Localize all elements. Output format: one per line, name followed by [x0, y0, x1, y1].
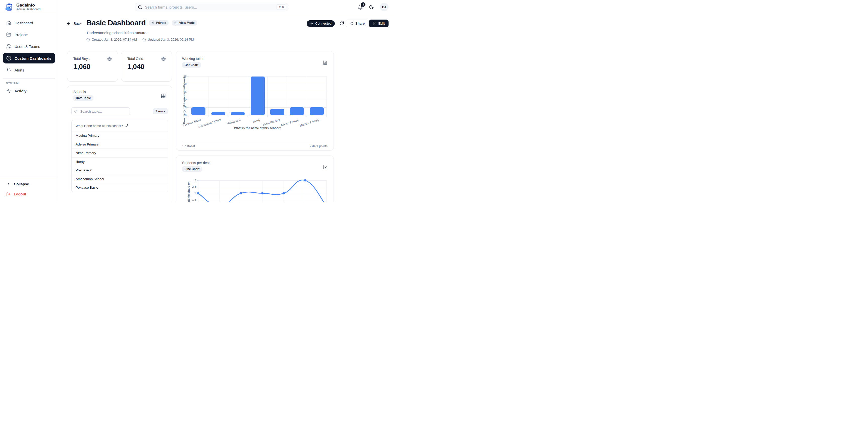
row-count-badge: 7 rows: [153, 108, 168, 114]
sidebar-item-projects[interactable]: Projects: [3, 29, 55, 40]
clock-icon: [143, 38, 146, 41]
stat-value: 1,060: [73, 63, 90, 71]
sidebar-item-activity[interactable]: Activity: [3, 85, 55, 96]
activity-icon: [6, 88, 11, 93]
share-button[interactable]: Share: [346, 20, 368, 27]
logout-icon: [6, 192, 10, 196]
private-badge: Private: [149, 20, 168, 26]
schools-table: What is the name of this school? Madina …: [71, 120, 168, 192]
dataset-count: 1 dataset: [182, 144, 195, 148]
data-point-count: 7 data points: [309, 144, 328, 148]
gridline: [189, 76, 189, 115]
connected-status-badge: Connected: [307, 20, 335, 27]
bar-Pokuase 2[interactable]: [231, 112, 245, 115]
gridline: [267, 76, 268, 115]
search-icon: [138, 5, 142, 9]
data-point-Nima Primary[interactable]: [283, 192, 285, 195]
app-logo-icon: [5, 3, 13, 11]
user-avatar[interactable]: EA: [380, 3, 389, 11]
tick-mark: [287, 115, 287, 117]
x-tick-label: liberty: [252, 118, 260, 124]
gridline: [307, 76, 307, 115]
share-label: Share: [355, 22, 365, 25]
notification-count-badge: 3: [361, 2, 366, 7]
share-icon: [349, 22, 353, 25]
bar-x-axis-title: What is the name of this school?: [189, 127, 327, 130]
page-title: Basic Dashboard: [86, 19, 146, 27]
global-search-input[interactable]: [145, 5, 277, 9]
app-logo-block: GadaInfo Admin Dashboard: [0, 0, 58, 14]
table-row: Pokuase 2: [71, 166, 168, 175]
sidebar-item-custom-dashboards[interactable]: Custom Dashboards: [3, 53, 55, 64]
folder-icon: [6, 32, 11, 37]
chevron-left-icon: [6, 182, 10, 186]
page-subtitle: Understanding school infrastructure: [87, 31, 147, 35]
table-search-input[interactable]: [80, 109, 127, 114]
notifications-button[interactable]: 3: [358, 4, 363, 10]
data-point-Pokuase Basic[interactable]: [197, 192, 199, 195]
data-point-Adeiso Primary[interactable]: [304, 179, 306, 181]
table-row: Nima Primary: [71, 148, 168, 157]
theme-toggle-button[interactable]: [369, 4, 374, 9]
y-tick-label: 20: [179, 82, 187, 85]
view-mode-badge[interactable]: View Mode: [172, 20, 197, 26]
bar-liberty[interactable]: [251, 76, 265, 115]
data-point-liberty[interactable]: [261, 192, 264, 195]
bar-chart-icon: [323, 60, 328, 65]
gridline: [327, 76, 327, 115]
view-mode-badge-label: View Mode: [179, 21, 195, 25]
bar-Amasaman School[interactable]: [211, 112, 225, 115]
stat-label: Total Girls: [127, 57, 143, 61]
table-column-header[interactable]: What is the name of this school?: [71, 120, 168, 131]
collapse-sidebar-button[interactable]: Collapse: [3, 180, 55, 189]
sidebar-item-alerts[interactable]: Alerts: [3, 65, 55, 75]
sidebar-item-users-teams[interactable]: Users & Teams: [3, 41, 55, 52]
edit-button[interactable]: Edit: [369, 20, 389, 27]
line-chart-icon: [323, 165, 328, 170]
sort-icon: [125, 124, 129, 128]
y-tick-label: 2.5: [189, 185, 196, 188]
sidebar-item-dashboard[interactable]: Dashboard: [3, 18, 55, 28]
line-path: [198, 180, 327, 202]
y-tick-label: 5: [179, 106, 187, 109]
widget-type-badge: Data Table: [73, 95, 93, 101]
table-row: Adeiso Primary: [71, 140, 168, 149]
gridline: [287, 76, 287, 115]
y-tick-label: 2: [189, 192, 196, 195]
back-button[interactable]: Back: [66, 21, 82, 26]
tick-mark: [307, 115, 307, 117]
bar-Nima Primary[interactable]: [270, 109, 284, 115]
user-icon: [151, 21, 154, 24]
updated-text: Updated Jan 3, 2026, 02:14 PM: [148, 38, 194, 41]
refresh-button[interactable]: [340, 21, 344, 26]
circle-dot-icon: [174, 21, 178, 25]
sidebar-item-label: Dashboard: [14, 21, 33, 25]
gridline: [228, 76, 228, 115]
connected-label: Connected: [315, 22, 332, 25]
x-tick-label: Madina Primary: [299, 118, 319, 127]
tick-mark: [189, 115, 189, 117]
line-chart-card: Students per desk Line Chart How many st…: [176, 156, 334, 202]
moon-icon: [369, 4, 374, 9]
table-search[interactable]: [71, 107, 130, 115]
schools-table-body: Madina PrimaryAdeiso PrimaryNima Primary…: [71, 131, 168, 192]
pie-chart-icon: [6, 56, 11, 61]
global-search[interactable]: ⌘ K: [135, 3, 288, 11]
column-header-label: What is the name of this school?: [75, 124, 123, 128]
logout-button[interactable]: Logout: [3, 190, 55, 198]
tick-mark: [208, 115, 209, 117]
bar-Pokuase Basic[interactable]: [191, 107, 206, 115]
gridline: [208, 76, 209, 115]
created-text: Created Jan 3, 2026, 07:34 AM: [92, 38, 137, 41]
table-row: Pokuase Basic: [71, 183, 168, 192]
bar-Madina Primary[interactable]: [310, 107, 324, 115]
wifi-icon: [310, 22, 313, 25]
card-footer-divider: [182, 142, 328, 142]
bar-Adeiso Primary[interactable]: [290, 107, 304, 115]
shortcut-hint: ⌘ K: [277, 4, 286, 10]
table-row: Amasaman School: [71, 175, 168, 183]
tick-mark: [267, 115, 268, 117]
data-point-Pokuase 2[interactable]: [240, 192, 242, 195]
logout-label: Logout: [14, 192, 26, 196]
app-subtitle: Admin Dashboard: [16, 7, 40, 11]
